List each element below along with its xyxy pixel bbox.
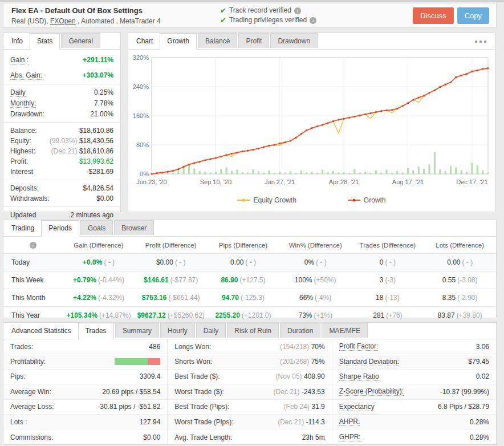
period-cell-trades: 0( - ): [352, 254, 424, 271]
profitability-win-segment: [115, 358, 148, 365]
account-type: Real (USD),: [11, 17, 50, 25]
period-cell-lots: 83.87(+39.80): [424, 307, 496, 325]
tab-hourly[interactable]: Hourly: [160, 323, 195, 338]
legend-item-equity-growth[interactable]: Equity Growth: [237, 196, 296, 204]
stat-label[interactable]: Expectancy: [339, 403, 375, 411]
ellipsis-menu-icon[interactable]: ●●●: [468, 38, 495, 49]
periods-column-header: Lots (Difference): [424, 237, 496, 254]
period-value: 0.55: [442, 276, 456, 284]
period-difference: (-$77.87): [170, 276, 198, 284]
tab-periods[interactable]: Periods: [41, 220, 79, 237]
period-difference: (-0.44%): [98, 276, 124, 284]
stat-value-prefix: (Nov 05): [276, 372, 304, 380]
discuss-button[interactable]: Discuss: [413, 7, 454, 24]
tab-risk-of-ruin[interactable]: Risk of Ruin: [227, 323, 279, 338]
tab-mae-mfe[interactable]: MAE/MFE: [322, 323, 368, 338]
period-difference: (+1201.0): [242, 311, 271, 319]
tab-browser[interactable]: Browser: [114, 220, 154, 235]
period-cell-pips: 0.00( - ): [207, 254, 279, 271]
info-icon[interactable]: i: [310, 17, 316, 24]
tab-trades[interactable]: Trades: [78, 323, 114, 339]
stat-value: 0.28%: [470, 433, 489, 441]
period-difference: (+39.80): [457, 311, 482, 319]
period-difference: (-$651.44): [168, 294, 200, 302]
info-label[interactable]: Monthly:: [10, 99, 36, 108]
stat-label[interactable]: Standard Deviation:: [339, 358, 399, 366]
period-value: $753.16: [142, 294, 166, 302]
tab-goals[interactable]: Goals: [80, 220, 113, 235]
info-tabs: StatsGeneral: [30, 33, 101, 49]
stat-label[interactable]: Sharpe Ratio: [339, 372, 379, 381]
legend-label: Equity Growth: [253, 196, 296, 204]
periods-column-header: Trades (Difference): [352, 237, 424, 254]
period-value: 100%: [295, 276, 312, 284]
legend-item-growth[interactable]: Growth: [348, 196, 386, 204]
info-row: Abs. Gain:+303.07%: [3, 68, 120, 84]
stat-label[interactable]: Profit Factor:: [339, 342, 379, 351]
tab-profit[interactable]: Profit: [238, 33, 269, 48]
tab-stats[interactable]: Stats: [30, 33, 60, 50]
stat-label[interactable]: AHPR:: [339, 417, 360, 426]
stat-label[interactable]: Z-Score (Probability):: [339, 387, 404, 396]
copy-button[interactable]: Copy: [457, 7, 489, 24]
info-label[interactable]: Gain :: [10, 56, 29, 64]
periods-info-header: i: [3, 237, 63, 254]
stat-value-main: 408.90: [304, 372, 325, 380]
growth-chart-svg[interactable]: 0%80%160%240%320%Jun 23, '20Sep 10, '20J…: [130, 53, 493, 192]
stat-value-main: 6.8 Pips / $28.79: [438, 403, 489, 411]
stat-row-lots: Lots :127.94: [3, 415, 167, 429]
stat-label: Profitability:: [10, 358, 46, 366]
tab-summary[interactable]: Summary: [115, 323, 159, 338]
tab-balance[interactable]: Balance: [198, 33, 237, 48]
stat-label: Best Trade (Pips):: [174, 403, 229, 411]
svg-text:Sep 10, '20: Sep 10, '20: [200, 179, 231, 185]
stat-value-main: $0.00: [143, 433, 160, 441]
tab-daily[interactable]: Daily: [196, 323, 226, 338]
tab-growth[interactable]: Growth: [160, 33, 197, 50]
svg-text:Apr 28, '21: Apr 28, '21: [329, 179, 359, 185]
tab-duration[interactable]: Duration: [280, 323, 320, 338]
info-value-main: 0.25%: [94, 88, 113, 96]
growth-chart[interactable]: 0%80%160%240%320%Jun 23, '20Sep 10, '20J…: [128, 50, 495, 204]
stat-value: 486: [149, 343, 160, 351]
info-label: Withdrawals:: [10, 194, 50, 202]
info-stats-list: Gain :+291.11%Abs. Gain:+303.07%Daily0.2…: [3, 50, 120, 230]
stat-value-main: 23h 5m: [302, 433, 325, 441]
stat-value: 0.02: [476, 372, 489, 380]
info-value-main: $4,826.54: [83, 184, 113, 192]
stat-value: -10.37 (99.99%): [440, 388, 489, 396]
period-value: 8.35: [442, 294, 456, 302]
period-label: Today: [3, 254, 63, 271]
periods-row-today: Today+0.0%( - )$0.00( - )0.00( - )0%( - …: [3, 254, 496, 271]
period-cell-profit: $146.61(-$77.87): [135, 271, 207, 289]
period-difference: (-4%): [315, 294, 331, 302]
legend-swatch: [237, 198, 250, 202]
stat-value: (Dec 21) -243.53: [274, 388, 325, 396]
info-value: $4,826.54: [83, 184, 113, 192]
stats-column-3: Profit Factor:3.06Standard Deviation:$79…: [332, 339, 496, 445]
profitability-loss-segment: [148, 358, 161, 365]
info-icon[interactable]: i: [294, 7, 301, 14]
info-value-prefix: (99.03%): [50, 137, 79, 145]
tab-drawdown[interactable]: Drawdown: [270, 33, 318, 48]
stat-value: -30.81 pips / -$51.82: [97, 403, 160, 411]
legend-label: Growth: [364, 196, 386, 204]
info-label[interactable]: Daily: [10, 88, 26, 97]
info-icon[interactable]: i: [30, 242, 36, 249]
info-panel-label: Info: [5, 37, 30, 49]
info-label[interactable]: Abs. Gain:: [10, 71, 42, 80]
advanced-statistics-tabbar: Advanced Statistics TradesSummaryHourlyD…: [3, 323, 496, 339]
info-value-prefix: (Dec 21): [51, 147, 79, 155]
svg-text:Jun 23, '20: Jun 23, '20: [136, 179, 166, 185]
stat-value-prefix: (Dec 21): [274, 388, 302, 396]
stat-row-shorts-won: Shorts Won:(201/268) 75%: [168, 354, 331, 369]
broker-link[interactable]: FXOpen: [50, 17, 76, 25]
stat-value: (Dec 21) -114.3: [278, 418, 325, 426]
info-row: Gain :+291.11%: [3, 52, 120, 68]
stat-value-main: 0.28%: [470, 433, 489, 441]
stat-value-main: -30.81 pips / -$51.82: [97, 403, 160, 411]
period-cell-lots: 0.55(-3.08): [424, 271, 496, 289]
tab-general[interactable]: General: [61, 33, 100, 48]
stat-label[interactable]: GHPR:: [339, 433, 361, 441]
period-value: 18: [376, 294, 383, 302]
